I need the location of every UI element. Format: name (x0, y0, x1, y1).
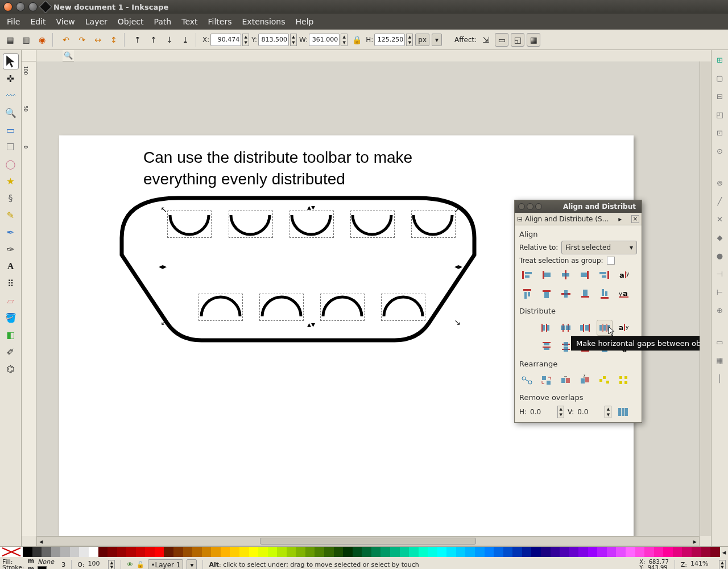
palette-swatch[interactable] (400, 547, 410, 557)
text-tool[interactable]: A (3, 258, 19, 274)
distribute-hcenter-icon[interactable] (558, 320, 574, 336)
palette-swatch[interactable] (89, 547, 98, 557)
w-input[interactable]: 361.000 (309, 34, 340, 46)
palette-swatch[interactable] (211, 547, 221, 557)
palette-swatch[interactable] (164, 547, 173, 557)
palette-swatch[interactable] (287, 547, 296, 557)
palette-swatch[interactable] (607, 547, 617, 557)
affect-corners-icon[interactable]: ◱ (511, 33, 524, 47)
exchange-positions-icon[interactable] (539, 373, 555, 389)
overlap-h-input[interactable]: 0.0 (530, 408, 554, 416)
scale-handle-w[interactable]: ◂▸ (159, 263, 166, 270)
gradient-tool[interactable]: ◧ (3, 327, 19, 343)
x-input[interactable]: 90.474 (210, 34, 241, 46)
align-text-anchor-icon[interactable]: ay (616, 267, 632, 283)
align-right-edge-icon[interactable] (597, 267, 613, 283)
palette-swatch[interactable] (522, 547, 532, 557)
graph-layout-icon[interactable] (519, 373, 535, 389)
palette-swatch[interactable] (277, 547, 287, 557)
palette-swatch[interactable] (390, 547, 400, 557)
h-input[interactable]: 125.250 (374, 34, 405, 46)
palette-swatch[interactable] (569, 547, 579, 557)
palette-swatch[interactable] (98, 547, 108, 557)
palette-swatch[interactable] (107, 547, 117, 557)
palette-swatch[interactable] (446, 547, 456, 557)
menu-help[interactable]: Help (291, 15, 318, 28)
palette-swatch[interactable] (380, 547, 390, 557)
align-distribute-dialog[interactable]: Align and Distribut ⊟ Align and Distribu… (514, 200, 642, 423)
snap-grid-icon[interactable]: ▦ (714, 354, 726, 366)
align-right-icon[interactable] (577, 267, 593, 283)
palette-swatch[interactable] (51, 547, 61, 557)
palette-swatch[interactable] (371, 547, 381, 557)
palette-swatch[interactable] (494, 547, 503, 557)
snap-center-icon[interactable]: ⊙ (714, 145, 726, 157)
align-text-baseline-icon[interactable]: ya (616, 286, 632, 302)
snap-object-mid-icon[interactable]: ⊢ (714, 286, 726, 298)
lower-icon[interactable]: ↓ (163, 33, 176, 47)
scale-handle-sw[interactable]: ↙ (160, 319, 167, 325)
overlap-v-input[interactable]: 0.0 (577, 408, 601, 416)
palette-swatch[interactable] (551, 547, 560, 557)
raise-top-icon[interactable]: ⤒ (131, 33, 144, 47)
h-spinner[interactable]: ▲▼ (406, 34, 413, 46)
palette-swatch[interactable] (541, 547, 551, 557)
scale-handle-se[interactable]: ↘ (454, 319, 461, 325)
palette-swatch[interactable] (409, 547, 419, 557)
randomize-centers-icon[interactable] (597, 373, 613, 389)
palette-swatch[interactable] (644, 547, 654, 557)
dialog-tab-label[interactable]: Align and Distribute (S… (525, 215, 609, 223)
treat-as-group-checkbox[interactable] (607, 257, 615, 265)
raise-icon[interactable]: ↑ (147, 33, 160, 47)
align-left-icon[interactable] (539, 267, 555, 283)
scale-handle-ne[interactable]: ↗ (454, 206, 461, 213)
palette-swatch[interactable] (79, 547, 89, 557)
palette-swatch[interactable] (42, 547, 51, 557)
window-close-button[interactable] (3, 2, 13, 11)
palette-swatch[interactable] (503, 547, 513, 557)
palette-swatch[interactable] (126, 547, 136, 557)
relative-to-combo[interactable]: First selected▾ (561, 241, 637, 254)
align-bottom-edge-icon[interactable] (597, 286, 613, 302)
paintbucket-tool[interactable]: 🪣 (3, 310, 19, 325)
w-spinner[interactable]: ▲▼ (341, 34, 348, 46)
overlap-h-spinner[interactable]: ▲▼ (557, 406, 564, 418)
palette-swatch[interactable] (560, 547, 569, 557)
x-spinner[interactable]: ▲▼ (242, 34, 249, 46)
snap-smooth-icon[interactable]: ● (714, 249, 726, 262)
snap-rotation-icon[interactable]: ⊕ (714, 304, 726, 316)
vertical-scrollbar[interactable] (700, 61, 711, 536)
horizontal-scrollbar[interactable]: ◂▸ (36, 536, 700, 546)
palette-swatch[interactable] (588, 547, 598, 557)
fill-none[interactable]: None (38, 558, 58, 566)
rotate-ccw-icon[interactable]: ↶ (59, 33, 73, 47)
palette-swatch[interactable] (362, 547, 371, 557)
menu-layer[interactable]: Layer (81, 15, 112, 28)
palette-swatch[interactable] (173, 547, 183, 557)
palette-swatch[interactable] (230, 547, 239, 557)
palette-swatch[interactable] (23, 547, 32, 557)
pencil-tool[interactable]: ✎ (3, 207, 19, 223)
palette-swatch[interactable] (512, 547, 522, 557)
y-input[interactable]: 813.500 (258, 34, 289, 46)
bezier-tool[interactable]: ✒ (3, 224, 19, 240)
select-all-icon[interactable]: ▥ (19, 33, 33, 47)
align-bottom-icon[interactable] (577, 286, 593, 302)
zoom-input[interactable]: 141% (690, 560, 715, 570)
stroke-swatch[interactable] (38, 566, 47, 570)
distribute-text-h-icon[interactable]: ay (616, 320, 632, 336)
palette-swatch[interactable] (70, 547, 80, 557)
snap-page-icon[interactable]: ▭ (714, 336, 726, 348)
palette-swatch[interactable] (155, 547, 164, 557)
snap-corner-icon[interactable]: ◰ (714, 108, 726, 121)
align-left-edge-icon[interactable] (519, 267, 535, 283)
scale-handle-e[interactable]: ◂▸ (455, 263, 462, 270)
lock-aspect-icon[interactable]: 🔒 (350, 33, 363, 47)
palette-swatch[interactable] (32, 547, 42, 557)
palette-none-swatch[interactable] (0, 547, 23, 557)
distribute-right-icon[interactable] (577, 320, 593, 336)
remove-overlaps-button[interactable] (615, 404, 631, 420)
snap-line-mid-icon[interactable]: ⊣ (714, 267, 726, 280)
palette-swatch[interactable] (315, 547, 324, 557)
palette-swatch[interactable] (419, 547, 428, 557)
